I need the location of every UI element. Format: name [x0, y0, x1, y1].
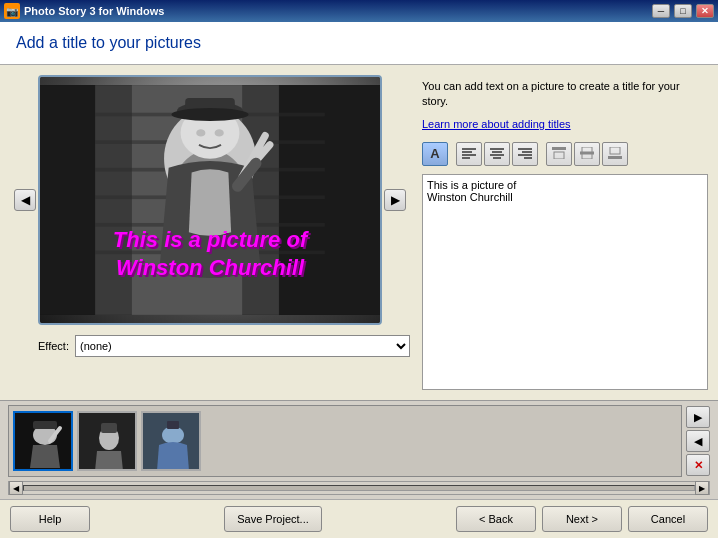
next-button[interactable]: Next >: [542, 506, 622, 532]
effect-row: Effect: (none): [10, 331, 410, 361]
hscroll-track[interactable]: [23, 485, 695, 491]
fs-delete-icon: ✕: [694, 459, 703, 472]
maximize-button[interactable]: □: [674, 4, 692, 18]
align-center-button[interactable]: [484, 142, 510, 166]
filmstrip-scrollbar[interactable]: ◀ ▶: [8, 481, 710, 495]
right-panel: You can add text on a picture to create …: [422, 75, 708, 390]
filmstrip-thumb-2[interactable]: [77, 411, 137, 471]
titlebar: 📷 Photo Story 3 for Windows ─ □ ✕: [0, 0, 718, 22]
svg-rect-44: [167, 421, 179, 429]
nav-buttons: < Back Next > Cancel: [456, 506, 708, 532]
page-header: Add a title to your pictures: [0, 22, 718, 65]
save-project-button[interactable]: Save Project...: [224, 506, 322, 532]
svg-rect-35: [610, 147, 620, 154]
filmstrip-thumb-1[interactable]: [13, 411, 73, 471]
position-bottom-button[interactable]: [602, 142, 628, 166]
position-bottom-icon: [608, 147, 622, 161]
next-arrow-icon: ▶: [391, 193, 400, 207]
learn-more-link[interactable]: Learn more about adding titles: [422, 118, 708, 130]
photo-title-line2: Winston Churchill: [116, 255, 304, 280]
next-photo-button[interactable]: ▶: [384, 189, 406, 211]
svg-point-15: [171, 108, 248, 121]
svg-rect-41: [101, 423, 117, 433]
titlebar-title: Photo Story 3 for Windows: [24, 5, 648, 17]
bottom-button-bar: Help Save Project... < Back Next > Cance…: [0, 499, 718, 538]
page-title: Add a title to your pictures: [16, 34, 201, 51]
svg-rect-38: [33, 421, 57, 429]
filmstrip-forward-button[interactable]: ▶: [686, 406, 710, 428]
filmstrip-delete-button[interactable]: ✕: [686, 454, 710, 476]
photo-bw-image: This is a picture of Winston Churchill: [40, 77, 380, 323]
prev-arrow-icon: ◀: [21, 193, 30, 207]
photo-content: This is a picture of Winston Churchill: [40, 77, 380, 323]
text-formatting-toolbar: A: [422, 142, 708, 166]
app-icon-symbol: 📷: [6, 6, 18, 17]
filmstrip-row: ▶ ◀ ✕: [8, 405, 710, 477]
photo-svg: [40, 77, 380, 323]
svg-point-17: [215, 129, 224, 136]
photo-container: This is a picture of Winston Churchill: [38, 75, 382, 325]
svg-rect-34: [608, 156, 622, 159]
align-right-button[interactable]: [512, 142, 538, 166]
thumb-3-img: [143, 413, 201, 471]
filmstrip-back-button[interactable]: ◀: [686, 430, 710, 452]
hscroll-right-button[interactable]: ▶: [695, 481, 709, 495]
photo-title-overlay: This is a picture of Winston Churchill: [60, 226, 360, 283]
align-left-button[interactable]: [456, 142, 482, 166]
back-button[interactable]: < Back: [456, 506, 536, 532]
filmstrip-scroll: [8, 405, 682, 477]
svg-rect-31: [554, 152, 564, 159]
position-top-icon: [552, 147, 566, 161]
filmstrip-thumb-3[interactable]: [141, 411, 201, 471]
effect-select[interactable]: (none): [75, 335, 410, 357]
app-icon: 📷: [4, 3, 20, 19]
filmstrip-controls: ▶ ◀ ✕: [686, 406, 710, 476]
left-panel: ◀: [10, 75, 410, 390]
title-text-area[interactable]: This is a picture of Winston Churchill: [422, 174, 708, 390]
font-button[interactable]: A: [422, 142, 448, 166]
prev-photo-button[interactable]: ◀: [14, 189, 36, 211]
effect-label: Effect:: [38, 340, 69, 352]
position-top-button[interactable]: [546, 142, 572, 166]
hscroll-left-button[interactable]: ◀: [9, 481, 23, 495]
filmstrip-area: ▶ ◀ ✕ ◀ ▶: [0, 400, 718, 499]
position-middle-icon: [580, 147, 594, 161]
minimize-button[interactable]: ─: [652, 4, 670, 18]
cancel-button[interactable]: Cancel: [628, 506, 708, 532]
thumb-1-img: [15, 413, 73, 471]
font-icon: A: [430, 146, 439, 161]
align-right-icon: [518, 147, 532, 161]
position-middle-button[interactable]: [574, 142, 600, 166]
fs-forward-icon: ▶: [694, 411, 702, 424]
photo-title-line1: This is a picture of: [113, 227, 307, 252]
content-area: ◀: [0, 65, 718, 400]
help-button[interactable]: Help: [10, 506, 90, 532]
main-window: Add a title to your pictures ◀: [0, 22, 718, 538]
svg-rect-30: [552, 147, 566, 150]
thumb-2-img: [79, 413, 137, 471]
help-text: You can add text on a picture to create …: [422, 79, 708, 110]
svg-point-16: [196, 129, 205, 136]
close-button[interactable]: ✕: [696, 4, 714, 18]
align-left-icon: [462, 147, 476, 161]
photo-nav-wrapper: ◀: [10, 75, 410, 325]
fs-back-icon: ◀: [694, 435, 702, 448]
align-center-icon: [490, 147, 504, 161]
